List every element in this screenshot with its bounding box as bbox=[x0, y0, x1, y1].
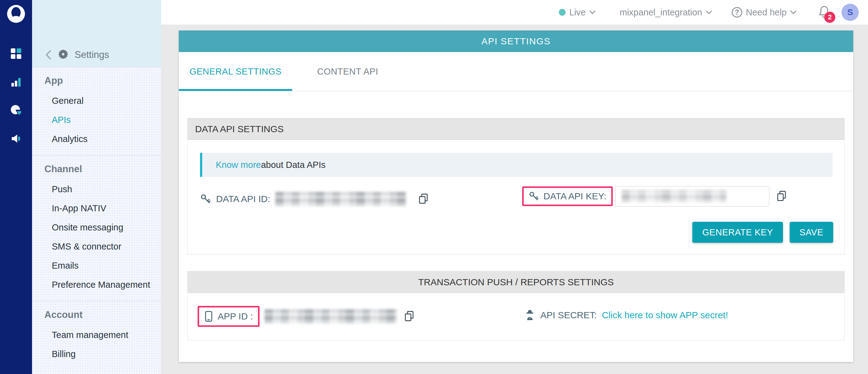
sidebar-item-preference-management[interactable]: Preference Management bbox=[32, 275, 161, 294]
sidebar-item-billing[interactable]: Billing bbox=[32, 344, 161, 364]
data-api-settings-body: Know more about Data APIs DATA API ID: bbox=[188, 140, 844, 254]
generate-key-button[interactable]: GENERATE KEY bbox=[692, 222, 783, 243]
section-title: DATA API SETTINGS bbox=[188, 118, 844, 140]
help-label: Need help bbox=[746, 7, 786, 18]
data-api-id-label: DATA API ID: bbox=[216, 194, 270, 204]
data-api-key-input[interactable] bbox=[615, 186, 769, 206]
help-menu[interactable]: ? Need help bbox=[732, 7, 797, 18]
sidebar-nav: App General APIs Analytics Channel Push … bbox=[32, 67, 161, 370]
bar-chart-icon[interactable] bbox=[10, 76, 22, 88]
data-api-key-group: DATA API KEY: bbox=[522, 186, 788, 206]
sidebar-item-push[interactable]: Push bbox=[32, 180, 161, 199]
sidebar-item-sms-connector[interactable]: SMS & connector bbox=[32, 237, 161, 256]
app-id-value-redacted bbox=[265, 309, 397, 324]
sidebar-item-team-management[interactable]: Team management bbox=[32, 325, 161, 344]
api-settings-card: API SETTINGS GENERAL SETTINGS CONTENT AP… bbox=[179, 31, 853, 362]
copy-icon[interactable] bbox=[776, 190, 788, 202]
sidebar-item-analytics[interactable]: Analytics bbox=[32, 129, 161, 148]
sidebar-header: Settings bbox=[32, 0, 161, 67]
chevron-left-icon[interactable] bbox=[45, 49, 52, 60]
transaction-push-section: TRANSACTION PUSH / REPORTS SETTINGS APP … bbox=[187, 271, 844, 340]
chevron-down-icon bbox=[706, 10, 712, 14]
megaphone-icon[interactable] bbox=[10, 133, 22, 145]
app-id-label: APP ID : bbox=[218, 311, 253, 321]
know-more-notice: Know more about Data APIs bbox=[200, 153, 833, 177]
data-api-actions: GENERATE KEY SAVE bbox=[692, 222, 833, 243]
tab-content-api[interactable]: CONTENT API bbox=[302, 52, 394, 91]
data-api-key-label: DATA API KEY: bbox=[544, 191, 606, 202]
tab-bar: GENERAL SETTINGS CONTENT API bbox=[179, 52, 853, 91]
key-icon bbox=[529, 191, 539, 202]
api-secret-row: API SECRET: Click here to show APP secre… bbox=[524, 309, 728, 321]
save-button[interactable]: SAVE bbox=[790, 222, 833, 243]
api-secret-label: API SECRET: bbox=[540, 310, 597, 320]
data-api-key-value-redacted bbox=[622, 190, 726, 202]
brand-logo[interactable] bbox=[7, 5, 25, 23]
data-api-key-highlight-box: DATA API KEY: bbox=[522, 186, 613, 206]
phone-icon bbox=[204, 310, 213, 322]
section-title: TRANSACTION PUSH / REPORTS SETTINGS bbox=[188, 271, 844, 293]
data-api-settings-section: DATA API SETTINGS Know more about Data A… bbox=[187, 118, 844, 254]
app-root: Settings App General APIs Analytics Chan… bbox=[0, 0, 868, 374]
sidebar-item-apis[interactable]: APIs bbox=[32, 110, 161, 129]
settings-sidebar: Settings App General APIs Analytics Chan… bbox=[32, 0, 161, 374]
data-api-id-value-redacted bbox=[275, 192, 406, 206]
grid-icon[interactable] bbox=[10, 47, 22, 60]
transaction-push-body: APP ID : API SECRET: Click here to show … bbox=[188, 293, 844, 340]
sidebar-item-onsite-messaging[interactable]: Onsite messaging bbox=[32, 218, 161, 237]
live-dot bbox=[559, 9, 566, 16]
workspace-name: mixpanel_integration bbox=[620, 7, 702, 18]
sidebar-item-general[interactable]: General bbox=[32, 91, 161, 110]
environment-selector[interactable]: Live bbox=[559, 7, 595, 18]
app-id-row: APP ID : bbox=[197, 306, 415, 327]
know-more-link[interactable]: Know more bbox=[216, 160, 261, 170]
notification-badge: 2 bbox=[824, 12, 835, 23]
copy-icon[interactable] bbox=[418, 193, 430, 205]
sidebar-section-account: Account Team management Billing bbox=[32, 301, 161, 370]
app-id-highlight-box: APP ID : bbox=[197, 306, 259, 327]
notifications-button[interactable]: 2 bbox=[818, 5, 830, 20]
gear-icon bbox=[58, 49, 68, 61]
notice-text: about Data APIs bbox=[261, 160, 326, 170]
sidebar-section-app: App General APIs Analytics bbox=[32, 67, 161, 156]
pie-chart-icon[interactable] bbox=[10, 104, 22, 116]
sidebar-item-inapp-nativ[interactable]: In-App NATIV bbox=[32, 199, 161, 218]
sidebar-section-channel: Channel Push In-App NATIV Onsite messagi… bbox=[32, 156, 161, 301]
section-label: App bbox=[32, 74, 161, 87]
avatar[interactable]: S bbox=[841, 4, 859, 21]
tab-general-settings[interactable]: GENERAL SETTINGS bbox=[179, 52, 292, 91]
section-label: Account bbox=[32, 309, 161, 321]
top-bar: Live mixpanel_integration ? Need help 2 … bbox=[161, 0, 868, 25]
question-circle-icon: ? bbox=[732, 7, 742, 18]
section-label: Channel bbox=[32, 163, 161, 175]
workspace-selector[interactable]: mixpanel_integration bbox=[620, 7, 712, 18]
page-title: API SETTINGS bbox=[179, 31, 853, 52]
chevron-down-icon bbox=[589, 10, 595, 14]
chevron-down-icon bbox=[790, 10, 797, 14]
show-app-secret-link[interactable]: Click here to show APP secret! bbox=[602, 310, 728, 320]
main-content: API SETTINGS GENERAL SETTINGS CONTENT AP… bbox=[161, 25, 868, 374]
copy-icon[interactable] bbox=[404, 310, 415, 322]
key-icon bbox=[200, 194, 211, 205]
sidebar-title: Settings bbox=[74, 49, 109, 60]
rail-icon-list bbox=[0, 47, 32, 145]
data-api-id-row: DATA API ID: bbox=[200, 189, 430, 209]
environment-label: Live bbox=[569, 7, 586, 18]
primary-nav-rail bbox=[0, 0, 32, 374]
sidebar-item-emails[interactable]: Emails bbox=[32, 256, 161, 275]
secret-agent-icon bbox=[524, 309, 535, 321]
